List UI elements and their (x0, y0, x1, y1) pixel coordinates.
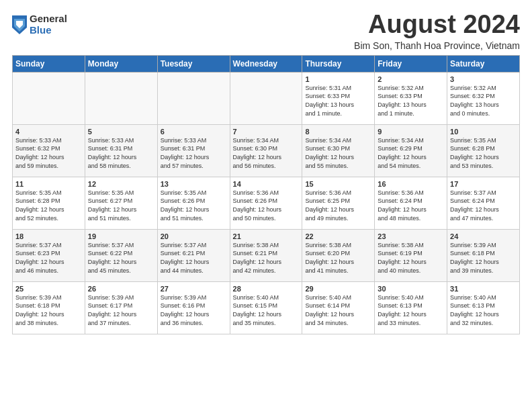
table-row: 31Sunrise: 5:40 AM Sunset: 6:13 PM Dayli… (447, 281, 520, 334)
logo-general-text: General (30, 13, 67, 25)
day-number: 1 (305, 75, 371, 83)
header-thursday: Thursday (302, 55, 375, 72)
day-detail: Sunrise: 5:35 AM Sunset: 6:27 PM Dayligh… (88, 189, 154, 222)
day-detail: Sunrise: 5:35 AM Sunset: 6:28 PM Dayligh… (15, 189, 82, 222)
day-detail: Sunrise: 5:33 AM Sunset: 6:31 PM Dayligh… (88, 136, 154, 170)
table-row: 22Sunrise: 5:38 AM Sunset: 6:20 PM Dayli… (302, 229, 375, 281)
day-number: 19 (88, 232, 154, 240)
logo-blue-text: Blue (30, 25, 67, 36)
table-row: 11Sunrise: 5:35 AM Sunset: 6:28 PM Dayli… (13, 177, 85, 229)
day-detail: Sunrise: 5:38 AM Sunset: 6:19 PM Dayligh… (378, 241, 444, 275)
day-number: 24 (450, 232, 517, 240)
day-detail: Sunrise: 5:31 AM Sunset: 6:33 PM Dayligh… (305, 84, 371, 118)
day-detail: Sunrise: 5:34 AM Sunset: 6:30 PM Dayligh… (305, 136, 371, 170)
table-row: 12Sunrise: 5:35 AM Sunset: 6:27 PM Dayli… (85, 177, 157, 229)
calendar: Sunday Monday Tuesday Wednesday Thursday… (12, 55, 520, 334)
table-row: 1Sunrise: 5:31 AM Sunset: 6:33 PM Daylig… (302, 72, 375, 124)
day-detail: Sunrise: 5:39 AM Sunset: 6:18 PM Dayligh… (15, 293, 82, 327)
day-number: 12 (88, 180, 154, 188)
table-row: 5Sunrise: 5:33 AM Sunset: 6:31 PM Daylig… (85, 124, 157, 177)
table-row: 30Sunrise: 5:40 AM Sunset: 6:13 PM Dayli… (375, 281, 447, 334)
day-detail: Sunrise: 5:34 AM Sunset: 6:29 PM Dayligh… (378, 136, 444, 170)
table-row (157, 72, 230, 124)
day-number: 10 (450, 128, 517, 136)
table-row: 16Sunrise: 5:36 AM Sunset: 6:24 PM Dayli… (375, 177, 447, 229)
day-detail: Sunrise: 5:40 AM Sunset: 6:13 PM Dayligh… (450, 293, 517, 327)
day-number: 11 (15, 180, 82, 188)
day-number: 8 (305, 128, 371, 136)
calendar-week-row: 11Sunrise: 5:35 AM Sunset: 6:28 PM Dayli… (13, 177, 520, 229)
day-detail: Sunrise: 5:37 AM Sunset: 6:22 PM Dayligh… (88, 241, 154, 275)
table-row (230, 72, 302, 124)
day-number: 26 (88, 285, 154, 293)
day-detail: Sunrise: 5:37 AM Sunset: 6:23 PM Dayligh… (15, 241, 82, 275)
day-detail: Sunrise: 5:36 AM Sunset: 6:26 PM Dayligh… (233, 189, 300, 222)
table-row: 8Sunrise: 5:34 AM Sunset: 6:30 PM Daylig… (302, 124, 375, 177)
table-row: 6Sunrise: 5:33 AM Sunset: 6:31 PM Daylig… (157, 124, 230, 177)
day-number: 28 (233, 285, 300, 293)
logo-icon (12, 15, 27, 34)
day-number: 7 (233, 128, 300, 136)
header-tuesday: Tuesday (157, 55, 230, 72)
calendar-week-row: 1Sunrise: 5:31 AM Sunset: 6:33 PM Daylig… (13, 72, 520, 124)
day-number: 2 (378, 75, 444, 83)
day-detail: Sunrise: 5:40 AM Sunset: 6:15 PM Dayligh… (233, 293, 300, 327)
day-detail: Sunrise: 5:39 AM Sunset: 6:18 PM Dayligh… (450, 241, 517, 275)
table-row: 13Sunrise: 5:35 AM Sunset: 6:26 PM Dayli… (157, 177, 230, 229)
calendar-week-row: 18Sunrise: 5:37 AM Sunset: 6:23 PM Dayli… (13, 229, 520, 281)
table-row: 2Sunrise: 5:32 AM Sunset: 6:33 PM Daylig… (375, 72, 447, 124)
day-detail: Sunrise: 5:40 AM Sunset: 6:14 PM Dayligh… (305, 293, 371, 327)
calendar-week-row: 4Sunrise: 5:33 AM Sunset: 6:32 PM Daylig… (13, 124, 520, 177)
table-row: 23Sunrise: 5:38 AM Sunset: 6:19 PM Dayli… (375, 229, 447, 281)
logo: General Blue (12, 13, 67, 36)
table-row (13, 72, 85, 124)
header-friday: Friday (375, 55, 447, 72)
page: General Blue August 2024 Bim Son, Thanh … (0, 0, 532, 341)
calendar-header-row: Sunday Monday Tuesday Wednesday Thursday… (13, 55, 520, 72)
day-number: 6 (161, 128, 227, 136)
day-detail: Sunrise: 5:38 AM Sunset: 6:21 PM Dayligh… (233, 241, 300, 275)
day-number: 21 (233, 232, 300, 240)
table-row: 18Sunrise: 5:37 AM Sunset: 6:23 PM Dayli… (13, 229, 85, 281)
header-wednesday: Wednesday (230, 55, 302, 72)
table-row: 15Sunrise: 5:36 AM Sunset: 6:25 PM Dayli… (302, 177, 375, 229)
header: General Blue August 2024 Bim Son, Thanh … (12, 11, 520, 51)
day-detail: Sunrise: 5:32 AM Sunset: 6:32 PM Dayligh… (450, 84, 517, 118)
table-row: 3Sunrise: 5:32 AM Sunset: 6:32 PM Daylig… (447, 72, 520, 124)
calendar-week-row: 25Sunrise: 5:39 AM Sunset: 6:18 PM Dayli… (13, 281, 520, 334)
table-row: 10Sunrise: 5:35 AM Sunset: 6:28 PM Dayli… (447, 124, 520, 177)
day-detail: Sunrise: 5:36 AM Sunset: 6:25 PM Dayligh… (305, 189, 371, 222)
day-detail: Sunrise: 5:39 AM Sunset: 6:17 PM Dayligh… (88, 293, 154, 327)
day-detail: Sunrise: 5:34 AM Sunset: 6:30 PM Dayligh… (233, 136, 300, 170)
day-number: 23 (378, 232, 444, 240)
day-detail: Sunrise: 5:35 AM Sunset: 6:26 PM Dayligh… (161, 189, 227, 222)
day-detail: Sunrise: 5:38 AM Sunset: 6:20 PM Dayligh… (305, 241, 371, 275)
day-number: 5 (88, 128, 154, 136)
table-row: 17Sunrise: 5:37 AM Sunset: 6:24 PM Dayli… (447, 177, 520, 229)
day-detail: Sunrise: 5:36 AM Sunset: 6:24 PM Dayligh… (378, 189, 444, 222)
table-row: 21Sunrise: 5:38 AM Sunset: 6:21 PM Dayli… (230, 229, 302, 281)
day-number: 25 (15, 285, 82, 293)
month-title: August 2024 (354, 11, 520, 39)
table-row (85, 72, 157, 124)
day-number: 22 (305, 232, 371, 240)
day-number: 29 (305, 285, 371, 293)
day-detail: Sunrise: 5:35 AM Sunset: 6:28 PM Dayligh… (450, 136, 517, 170)
table-row: 24Sunrise: 5:39 AM Sunset: 6:18 PM Dayli… (447, 229, 520, 281)
table-row: 28Sunrise: 5:40 AM Sunset: 6:15 PM Dayli… (230, 281, 302, 334)
day-detail: Sunrise: 5:33 AM Sunset: 6:31 PM Dayligh… (161, 136, 227, 170)
table-row: 26Sunrise: 5:39 AM Sunset: 6:17 PM Dayli… (85, 281, 157, 334)
day-number: 20 (161, 232, 227, 240)
logo-text: General Blue (30, 13, 67, 36)
day-number: 17 (450, 180, 517, 188)
day-detail: Sunrise: 5:40 AM Sunset: 6:13 PM Dayligh… (378, 293, 444, 327)
table-row: 25Sunrise: 5:39 AM Sunset: 6:18 PM Dayli… (13, 281, 85, 334)
header-sunday: Sunday (13, 55, 85, 72)
day-detail: Sunrise: 5:33 AM Sunset: 6:32 PM Dayligh… (15, 136, 82, 170)
day-number: 27 (161, 285, 227, 293)
day-number: 30 (378, 285, 444, 293)
day-number: 9 (378, 128, 444, 136)
day-number: 14 (233, 180, 300, 188)
day-number: 3 (450, 75, 517, 83)
table-row: 19Sunrise: 5:37 AM Sunset: 6:22 PM Dayli… (85, 229, 157, 281)
